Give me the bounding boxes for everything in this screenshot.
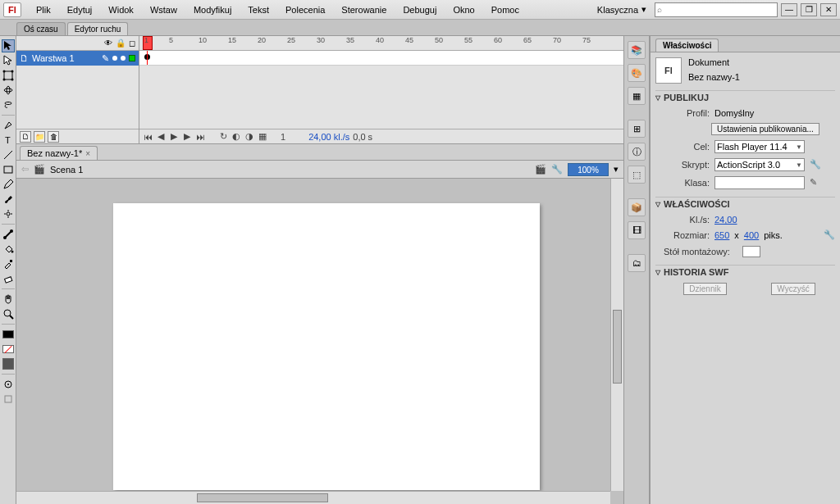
rectangle-tool[interactable]: [2, 163, 15, 176]
zoom-tool[interactable]: [2, 307, 15, 320]
dock-align-icon[interactable]: ⊞: [628, 120, 646, 138]
menu-tekst[interactable]: Tekst: [240, 0, 277, 20]
subselection-tool[interactable]: [2, 54, 15, 67]
close-button[interactable]: ✕: [820, 3, 837, 16]
zoom-level[interactable]: 100%: [568, 163, 609, 176]
stage-color-swatch[interactable]: [742, 246, 760, 257]
new-layer-button[interactable]: 🗋: [20, 131, 31, 143]
menu-modyfikuj[interactable]: Modyfikuj: [185, 0, 240, 20]
close-tab-icon[interactable]: ×: [85, 149, 90, 158]
section-properties[interactable]: ▽ WŁAŚCIWOŚCI: [655, 197, 835, 211]
last-frame-button[interactable]: ⏭: [195, 132, 205, 142]
delete-layer-button[interactable]: 🗑: [48, 131, 59, 143]
swap-colors[interactable]: [2, 357, 15, 370]
script-select[interactable]: ActionScript 3.0 ▼: [714, 158, 805, 171]
target-select[interactable]: Flash Player 11.4 ▼: [714, 140, 805, 153]
vertical-scrollbar[interactable]: [610, 179, 623, 491]
section-swf-history[interactable]: ▽ HISTORIA SWF: [655, 265, 835, 279]
timeline-ruler[interactable]: 1 5 10 15 20 25 30 35 40 45 50 55 60 65 …: [139, 36, 623, 51]
hand-tool[interactable]: [2, 293, 15, 306]
first-frame-button[interactable]: ⏮: [143, 132, 153, 142]
tab-motion-editor[interactable]: Edytor ruchu: [67, 22, 129, 35]
menu-wstaw[interactable]: Wstaw: [142, 0, 185, 20]
layer-outline-box[interactable]: [129, 55, 135, 61]
stroke-color[interactable]: [2, 328, 15, 341]
tab-properties[interactable]: Właściwości: [655, 39, 719, 52]
bone-tool[interactable]: [2, 228, 15, 241]
paint-bucket-tool[interactable]: [2, 243, 15, 256]
back-icon[interactable]: ⇦: [21, 164, 29, 175]
tab-timeline[interactable]: Oś czasu: [16, 22, 66, 35]
selection-tool[interactable]: [2, 39, 15, 52]
dock-color-icon[interactable]: 🎨: [628, 64, 646, 82]
stage[interactable]: [113, 203, 540, 490]
snap-to-objects[interactable]: [2, 378, 15, 391]
menu-sterowanie[interactable]: Sterowanie: [333, 0, 395, 20]
eyedropper-tool[interactable]: [2, 257, 15, 270]
loop-button[interactable]: ↻: [218, 132, 228, 142]
dock-transform-icon[interactable]: ⬚: [628, 166, 646, 184]
publish-settings-button[interactable]: Ustawienia publikowania...: [711, 123, 819, 135]
scrollbar-thumb[interactable]: [197, 493, 328, 502]
section-publish[interactable]: ▽ PUBLIKUJ: [655, 90, 835, 104]
menu-widok[interactable]: Widok: [100, 0, 142, 20]
scene-name[interactable]: Scena 1: [50, 165, 83, 175]
prev-frame-button[interactable]: ◀: [156, 132, 166, 142]
wrench-icon[interactable]: 🔧: [824, 229, 835, 241]
lock-icon[interactable]: 🔒: [116, 39, 126, 48]
wrench-icon[interactable]: 🔧: [810, 159, 821, 170]
pencil-tool[interactable]: [2, 178, 15, 191]
frames-row[interactable]: [139, 51, 623, 66]
edit-symbols-icon[interactable]: 🔧: [551, 164, 563, 175]
dock-swatches-icon[interactable]: ▦: [628, 87, 646, 105]
deco-tool[interactable]: [2, 207, 15, 220]
text-tool[interactable]: T: [2, 134, 15, 147]
maximize-button[interactable]: ❐: [801, 3, 817, 16]
layer-lock-dot[interactable]: [121, 56, 126, 61]
horizontal-scrollbar[interactable]: [16, 491, 610, 504]
eraser-tool[interactable]: [2, 272, 15, 285]
menu-plik[interactable]: Plik: [28, 0, 59, 20]
brush-tool[interactable]: [2, 193, 15, 206]
size-width[interactable]: 650: [714, 230, 729, 240]
3d-rotation-tool[interactable]: [2, 84, 15, 97]
dock-project-icon[interactable]: 🗂: [628, 254, 646, 272]
next-frame-button[interactable]: ▶: [182, 132, 192, 142]
free-transform-tool[interactable]: [2, 69, 15, 82]
dock-motion-presets-icon[interactable]: 🎞: [628, 221, 646, 239]
lasso-tool[interactable]: [2, 98, 15, 111]
scrollbar-thumb[interactable]: [613, 310, 622, 384]
edit-scene-icon[interactable]: 🎬: [535, 164, 546, 175]
fps-value[interactable]: 24,00: [714, 215, 737, 225]
log-button[interactable]: Dziennik: [683, 283, 726, 295]
layer-visible-dot[interactable]: [112, 56, 117, 61]
onion-skin-outlines-button[interactable]: ◑: [244, 132, 254, 142]
outline-icon[interactable]: ◻: [129, 39, 135, 48]
layer-row[interactable]: 🗋 Warstwa 1 ✎: [16, 51, 139, 66]
menu-pomoc[interactable]: Pomoc: [483, 0, 527, 20]
minimize-button[interactable]: —: [781, 3, 797, 16]
pencil-icon[interactable]: ✎: [810, 177, 821, 188]
tool-options[interactable]: [2, 393, 15, 406]
dock-library-icon[interactable]: 📚: [628, 41, 646, 59]
search-input[interactable]: ⌕: [655, 2, 778, 17]
class-input[interactable]: [714, 176, 805, 189]
zoom-dropdown-icon[interactable]: ▾: [614, 164, 619, 175]
onion-skin-button[interactable]: ◐: [231, 132, 241, 142]
document-tab[interactable]: Bez nazwy-1* ×: [20, 146, 98, 160]
clear-button[interactable]: Wyczyść: [771, 283, 815, 295]
workspace-switcher[interactable]: Klasyczna ▾: [592, 4, 651, 15]
eye-icon[interactable]: 👁: [104, 39, 112, 48]
menu-edytuj[interactable]: Edytuj: [59, 0, 101, 20]
edit-multiple-frames-button[interactable]: ▦: [258, 132, 267, 142]
size-height[interactable]: 400: [744, 230, 759, 240]
new-folder-button[interactable]: 📁: [34, 131, 45, 143]
play-button[interactable]: ▶: [169, 132, 179, 142]
fill-color[interactable]: [2, 343, 15, 356]
pen-tool[interactable]: [2, 119, 15, 132]
dock-components-icon[interactable]: 📦: [628, 198, 646, 216]
dock-info-icon[interactable]: ⓘ: [628, 143, 646, 161]
menu-polecenia[interactable]: Polecenia: [277, 0, 333, 20]
menu-debuguj[interactable]: Debuguj: [395, 0, 445, 20]
menu-okno[interactable]: Okno: [445, 0, 482, 20]
